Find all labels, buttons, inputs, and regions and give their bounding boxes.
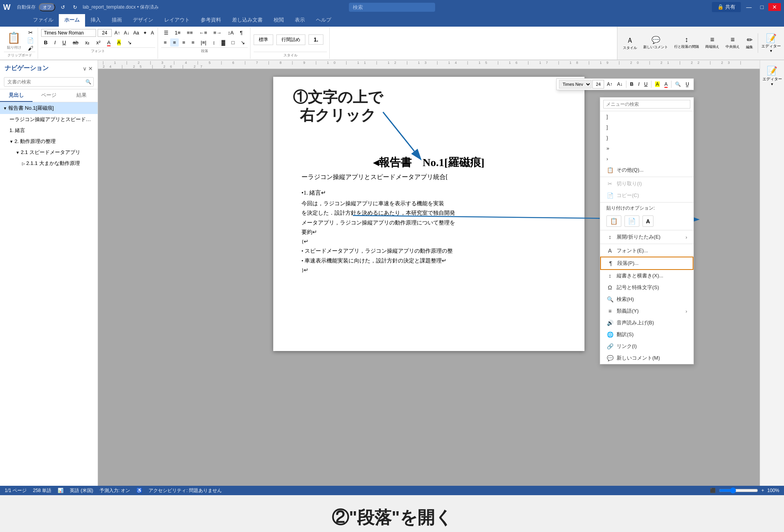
clear-format-button[interactable]: ✦ xyxy=(142,30,148,36)
ctx-paste-btn-1[interactable]: 📋 xyxy=(606,215,621,227)
style-heading1[interactable]: 1. xyxy=(309,34,323,45)
ctx-paste-btn-3[interactable]: A xyxy=(642,215,653,227)
ctx-paste-btn-2[interactable]: 📄 xyxy=(624,215,639,227)
nav-item-section1[interactable]: 1. 緒言 xyxy=(0,125,98,136)
nav-item-section2-1[interactable]: ▼ 2.1 スピードメータアプリ xyxy=(0,147,98,158)
align-center-button[interactable]: ≡ xyxy=(170,38,179,47)
font-color-button[interactable]: A xyxy=(104,38,113,47)
ctx-symbol-2[interactable]: ] xyxy=(600,122,693,132)
show-marks-button[interactable]: ¶ xyxy=(237,29,245,37)
nav-item-report[interactable]: ▼ 報告書 No.1[羅磁痕] xyxy=(0,102,98,114)
mini-bold-button[interactable]: B xyxy=(628,80,635,89)
indent-decrease-button[interactable]: ←≡ xyxy=(196,29,210,37)
font-case-button[interactable]: Aa xyxy=(132,30,140,36)
new-comment-button[interactable]: 💬 新しいコメント xyxy=(641,34,670,52)
indent-increase-button[interactable]: ≡→ xyxy=(211,29,224,37)
tab-file[interactable]: ファイル xyxy=(27,14,59,27)
redo-button[interactable]: ↻ xyxy=(71,4,80,11)
para-dialog-button[interactable]: ↘ xyxy=(238,38,248,47)
sort-button[interactable]: ↕A xyxy=(225,29,236,37)
mini-underline-button[interactable]: U xyxy=(642,80,650,89)
tab-help[interactable]: ヘルプ xyxy=(310,14,337,27)
ctx-search-item[interactable]: 🔍 検索(H) xyxy=(600,293,693,305)
mini-color-button[interactable]: A xyxy=(662,80,670,89)
strikethrough-button[interactable]: ab xyxy=(70,38,81,47)
edit-button[interactable]: ✏ 編集 xyxy=(744,34,755,52)
multilevel-button[interactable]: ≡≡ xyxy=(184,29,196,37)
ctx-synonyms[interactable]: ≡ 類義語(Y) › xyxy=(600,305,693,317)
border-button[interactable]: □ xyxy=(229,38,237,47)
mini-font-grow[interactable]: A↑ xyxy=(605,80,614,89)
ctx-new-comment[interactable]: 💬 新しいコメント(M) xyxy=(600,352,693,364)
ctx-expand[interactable]: ↕ 展開/折りたたみ(E) › xyxy=(600,231,693,243)
style-line-dense[interactable]: 行間詰め xyxy=(276,34,305,45)
nav-tab-results[interactable]: 結果 xyxy=(65,89,98,102)
bullets-button[interactable]: ☰ xyxy=(161,29,171,37)
align-button[interactable]: ≡ 両端揃え xyxy=(703,34,722,52)
maximize-button[interactable]: □ xyxy=(757,3,768,11)
ctx-symbol-5[interactable]: › xyxy=(600,154,693,164)
subscript-button[interactable]: x₂ xyxy=(82,38,93,47)
ctx-link[interactable]: 🔗 リンク(I) xyxy=(600,340,693,352)
mini-font-size-input[interactable] xyxy=(592,80,604,89)
tab-mailings[interactable]: 差し込み文書 xyxy=(227,14,268,27)
ctx-search-input[interactable] xyxy=(603,100,690,109)
mini-font-shrink[interactable]: A↓ xyxy=(615,80,624,89)
tab-insert[interactable]: 挿入 xyxy=(85,14,106,27)
mini-italic-button[interactable]: I xyxy=(636,80,641,89)
ctx-symbol-1[interactable]: ] xyxy=(600,111,693,122)
autosave-toggle[interactable]: オフ xyxy=(39,3,55,11)
cut-button[interactable]: ✂ xyxy=(25,29,35,36)
editor-panel-button[interactable]: 📝 エディター ▼ xyxy=(761,63,784,89)
nav-search-input[interactable] xyxy=(4,77,94,87)
nav-item-section2[interactable]: ▼ 2. 動作原理の整理 xyxy=(0,136,98,147)
tab-view[interactable]: 表示 xyxy=(289,14,310,27)
numbering-button[interactable]: 1≡ xyxy=(172,29,183,37)
nav-item-subtitle[interactable]: ーラジコン操縦アプリとスピード… xyxy=(0,114,98,125)
justify-button[interactable]: ≡ xyxy=(189,38,198,47)
editor-button[interactable]: 📝 エディター ▼ xyxy=(758,33,781,53)
format-painter-button[interactable]: 🖌 xyxy=(25,45,35,52)
share-button[interactable]: 🔒 共有 xyxy=(712,2,741,12)
font-grow-button[interactable]: A↑ xyxy=(113,30,121,36)
line-spacing-button[interactable]: ↕ xyxy=(210,38,218,47)
ctx-font[interactable]: A フォント(E)... xyxy=(600,245,693,257)
align-right-button[interactable]: ≡ xyxy=(180,38,188,47)
tab-review[interactable]: 校閲 xyxy=(268,14,289,27)
mini-highlight-button[interactable]: A xyxy=(653,80,662,89)
minimize-button[interactable]: — xyxy=(742,3,756,11)
shading-button[interactable]: ▓ xyxy=(219,38,228,47)
style-standard[interactable]: 標準 xyxy=(254,34,273,45)
ctx-symbol-3[interactable]: } xyxy=(600,132,693,143)
font-name-input[interactable] xyxy=(41,29,96,37)
style-right-button[interactable]: Ａ スタイル xyxy=(621,34,639,52)
bold-button[interactable]: B xyxy=(41,38,50,47)
title-search-input[interactable] xyxy=(349,3,435,12)
align-left-button[interactable]: ≡ xyxy=(161,38,170,47)
close-button[interactable]: ✕ xyxy=(768,3,781,11)
paste-button[interactable]: 📋 xyxy=(4,31,24,45)
ctx-symbol-4[interactable]: » xyxy=(600,143,693,154)
nav-collapse-button[interactable]: ∨ xyxy=(83,65,87,72)
font-size-input[interactable] xyxy=(98,29,112,37)
nav-close-button[interactable]: ✕ xyxy=(88,65,93,72)
font-shrink-button[interactable]: A↓ xyxy=(123,30,131,36)
center-align-button[interactable]: ≡ 中央揃え xyxy=(723,34,742,52)
font-dialog-button[interactable]: ↘ xyxy=(125,38,134,47)
nav-tab-pages[interactable]: ページ xyxy=(33,89,65,102)
mini-underline2-button[interactable]: U̲ xyxy=(684,80,691,89)
column-button[interactable]: |≡| xyxy=(198,38,209,47)
highlight-button[interactable]: A xyxy=(114,38,123,47)
nav-tab-headings[interactable]: 見出し xyxy=(0,89,33,102)
nav-item-section2-1-1[interactable]: ▷ 2.1.1 大まかな動作原理 xyxy=(0,158,98,169)
font-A-button[interactable]: A xyxy=(150,30,155,36)
superscript-button[interactable]: x² xyxy=(93,38,103,47)
tab-home[interactable]: ホーム xyxy=(59,14,85,27)
ctx-other[interactable]: 📋 その他(Q)... xyxy=(600,164,693,176)
ctx-translate[interactable]: 🌐 翻訳(S) xyxy=(600,329,693,340)
tab-references[interactable]: 参考資料 xyxy=(195,14,227,27)
tab-layout[interactable]: レイアウト xyxy=(159,14,195,27)
copy-button[interactable]: 📄 xyxy=(25,37,35,44)
tab-design[interactable]: デザイン xyxy=(127,14,159,27)
ctx-text-direction[interactable]: ↕ 縦書きと横書き(X)... xyxy=(600,270,693,282)
